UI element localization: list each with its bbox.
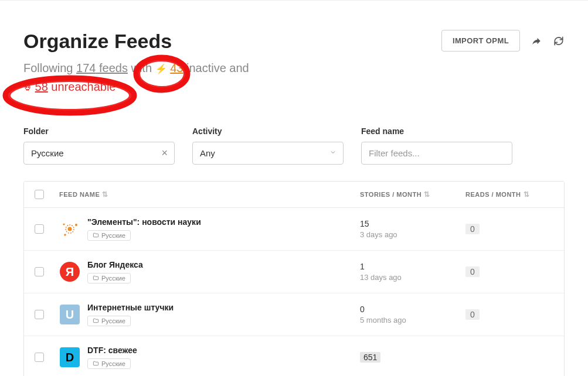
feed-icon: Я — [59, 261, 80, 282]
filter-activity-label: Activity — [192, 127, 344, 136]
folder-select-value: Русские — [31, 148, 64, 158]
header-actions: IMPORT OPML — [441, 30, 565, 52]
filter-activity: Activity Any — [192, 127, 344, 165]
feed-title[interactable]: Блог Яндекса — [87, 260, 143, 269]
feeds-table: FEED NAME⇅ STORIES / MONTH⇅ READS / MONT… — [23, 181, 565, 376]
svg-point-8 — [68, 227, 72, 231]
feed-title[interactable]: Интернетные штучки — [87, 303, 174, 312]
svg-point-2 — [28, 87, 29, 88]
feed-icon: D — [59, 347, 80, 368]
feeds-count-link[interactable]: 174 feeds — [76, 61, 128, 74]
filter-folder-label: Folder — [23, 127, 175, 136]
row-checkbox[interactable] — [35, 224, 44, 234]
chevron-down-icon — [329, 148, 337, 158]
unreachable-group: 58 unreachable — [23, 80, 115, 93]
col-stories-header[interactable]: STORIES / MONTH⇅ — [360, 190, 465, 199]
reads-count: 0 — [465, 309, 480, 320]
folder-tag[interactable]: Русские — [87, 230, 131, 241]
table-row: DDTF: свежееРусские651 — [24, 336, 564, 376]
folder-tag[interactable]: Русские — [87, 273, 131, 283]
reads-count: 0 — [465, 224, 480, 234]
inactive-icon: ⚡ — [155, 64, 167, 74]
svg-text:Я: Я — [66, 265, 74, 278]
svg-point-10 — [63, 223, 64, 225]
feed-title[interactable]: "Элементы": новости науки — [87, 217, 201, 227]
svg-text:U: U — [66, 308, 74, 321]
subtitle-prefix: Following — [23, 61, 76, 74]
feedname-input[interactable] — [361, 142, 512, 165]
unreachable-count-link[interactable]: 58 — [35, 80, 48, 93]
filter-folder: Folder Русские × — [23, 127, 175, 165]
svg-point-1 — [26, 87, 27, 88]
activity-select[interactable]: Any — [192, 142, 344, 165]
stories-count: 1 — [360, 262, 465, 271]
main-container: Organize Feeds IMPORT OPML Following 174… — [0, 1, 588, 376]
table-row: UИнтернетные штучкиРусские05 months ago0 — [24, 293, 564, 336]
share-icon[interactable] — [531, 35, 542, 47]
col-reads-header[interactable]: READS / MONTH⇅ — [465, 190, 553, 199]
skull-icon — [23, 78, 32, 97]
stories-count: 15 — [360, 219, 465, 228]
last-story-ago: 3 days ago — [360, 230, 465, 239]
row-checkbox[interactable] — [35, 267, 44, 276]
subtitle-unreachable-word: unreachable — [48, 80, 116, 93]
clear-folder-icon[interactable]: × — [161, 147, 168, 159]
sort-icon: ⇅ — [102, 190, 108, 199]
page-title: Organize Feeds — [23, 30, 172, 53]
page-header: Organize Feeds IMPORT OPML — [23, 1, 565, 53]
activity-select-value: Any — [200, 148, 215, 158]
svg-point-9 — [75, 224, 77, 226]
feed-icon: U — [59, 304, 80, 325]
inactive-count-link[interactable]: 43 — [170, 61, 183, 74]
subtitle-inactive-word: inactive and — [183, 61, 249, 74]
sort-icon: ⇅ — [424, 190, 430, 199]
feed-icon — [59, 218, 80, 240]
table-header: FEED NAME⇅ STORIES / MONTH⇅ READS / MONT… — [24, 182, 564, 208]
folder-tag[interactable]: Русские — [87, 316, 131, 326]
filter-feedname: Feed name — [361, 127, 512, 165]
col-feedname-header[interactable]: FEED NAME⇅ — [52, 190, 360, 199]
svg-text:D: D — [66, 351, 74, 364]
last-story-ago: 13 days ago — [360, 273, 465, 282]
folder-select[interactable]: Русские × — [23, 142, 175, 165]
subtitle-with: with — [128, 61, 155, 74]
sort-icon: ⇅ — [524, 190, 530, 199]
last-story-ago: 5 months ago — [360, 316, 465, 324]
feed-title[interactable]: DTF: свежее — [87, 346, 137, 355]
refresh-icon[interactable] — [553, 35, 565, 47]
folder-tag[interactable]: Русские — [87, 358, 131, 369]
import-opml-button[interactable]: IMPORT OPML — [441, 30, 520, 52]
table-row: "Элементы": новости наукиРусские153 days… — [24, 208, 564, 251]
svg-point-11 — [64, 234, 66, 236]
select-all-checkbox[interactable] — [35, 190, 44, 199]
stories-count: 0 — [360, 305, 465, 314]
row-checkbox[interactable] — [35, 310, 44, 319]
table-row: ЯБлог ЯндексаРусские113 days ago0 — [24, 251, 564, 293]
filter-feedname-label: Feed name — [361, 127, 512, 136]
row-checkbox[interactable] — [35, 353, 44, 362]
filters-row: Folder Русские × Activity Any Feed name — [23, 127, 565, 165]
subtitle: Following 174 feeds with ⚡ 43 inactive a… — [23, 59, 305, 97]
stories-count: 651 — [360, 352, 380, 363]
reads-count: 0 — [465, 266, 480, 277]
